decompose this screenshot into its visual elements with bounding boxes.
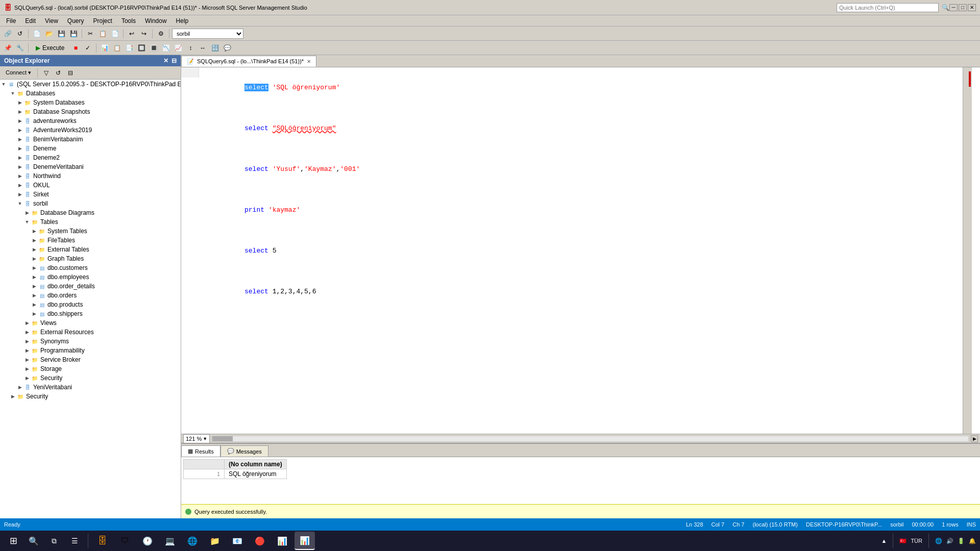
tree-okul[interactable]: ▶ 🗄 OKUL: [0, 181, 181, 190]
oe-filter-button[interactable]: ▽: [40, 67, 52, 79]
expander-storage[interactable]: ▶: [23, 365, 31, 372]
menu-file[interactable]: File: [2, 16, 20, 26]
zoom-indicator[interactable]: 121 % ▼: [183, 434, 210, 443]
editor-tab-sqlquery6[interactable]: 📝 SQLQuery6.sql - (lo...\ThinkPad E14 (5…: [181, 56, 316, 67]
hscroll-thumb[interactable]: [212, 436, 233, 441]
expander-dbo-customers[interactable]: ▶: [31, 264, 38, 271]
tb-btn-q6[interactable]: 📉: [160, 42, 172, 54]
tb-btn-q5[interactable]: 🔳: [148, 42, 159, 54]
taskbar-app8[interactable]: 🔴: [250, 532, 270, 550]
tb-open[interactable]: 📂: [43, 28, 55, 39]
expander-external-resources[interactable]: ▶: [23, 329, 31, 336]
tree-views[interactable]: ▶ 📁 Views: [0, 318, 181, 328]
tb-btn-misc[interactable]: ⚙: [155, 28, 166, 39]
expander-denemeveritabani[interactable]: ▶: [16, 163, 23, 170]
expander-graph-tables[interactable]: ▶: [31, 255, 38, 262]
menu-help[interactable]: Help: [172, 16, 193, 26]
expander-programmability[interactable]: ▶: [23, 347, 31, 354]
tb-undo[interactable]: ↩: [126, 28, 137, 39]
expander-yeniveritabani[interactable]: ▶: [16, 384, 23, 391]
menu-view[interactable]: View: [41, 16, 62, 26]
tb-btn-q10[interactable]: 🔣: [209, 42, 220, 54]
tree-system-tables[interactable]: ▶ 📁 System Tables: [0, 227, 181, 236]
widgets-button[interactable]: ☰: [65, 532, 84, 550]
expander-northwind[interactable]: ▶: [16, 172, 23, 180]
tree-dbo-employees[interactable]: ▶ ▤ dbo.employees: [0, 272, 181, 282]
tree-dbo-products[interactable]: ▶ ▤ dbo.products: [0, 300, 181, 309]
expander-deneme2[interactable]: ▶: [16, 154, 23, 161]
expander-adventureworks[interactable]: ▶: [16, 117, 23, 124]
tb-parse[interactable]: ✓: [82, 42, 93, 54]
expander-filetables[interactable]: ▶: [31, 237, 38, 244]
tree-adventureworks2019[interactable]: ▶ 🗄 AdventureWorks2019: [0, 126, 181, 135]
results-tab-messages[interactable]: 💬 Messages: [220, 445, 268, 457]
code-editor-container[interactable]: select 'SQL öğreniyorum' select "SQLöğre…: [181, 67, 980, 434]
tree-dbo-orders[interactable]: ▶ ▤ dbo.orders: [0, 291, 181, 300]
expander-tables[interactable]: ▼: [23, 218, 31, 226]
tree-deneme2[interactable]: ▶ 🗄 Deneme2: [0, 153, 181, 162]
tree-external-resources[interactable]: ▶ 📁 External Resources: [0, 328, 181, 337]
oe-collapse-button[interactable]: ⊟: [65, 67, 76, 79]
expander-security-sorbil[interactable]: ▶: [23, 374, 31, 382]
tb-stop[interactable]: ■: [70, 42, 81, 54]
expander-server[interactable]: ▼: [0, 81, 7, 88]
menu-project[interactable]: Project: [89, 16, 116, 26]
code-content[interactable]: select 'SQL öğreniyorum' select "SQLöğre…: [205, 72, 975, 307]
zoom-dropdown-icon[interactable]: ▼: [203, 436, 207, 441]
tree-security-root[interactable]: ▶ 📁 Security: [0, 392, 181, 401]
start-button[interactable]: ⊞: [4, 532, 22, 550]
hscroll-right-button[interactable]: ▶: [971, 435, 978, 442]
tb-btn-q4[interactable]: 🔲: [136, 42, 147, 54]
expander-synonyms[interactable]: ▶: [23, 338, 31, 345]
database-combo[interactable]: sorbil: [172, 29, 243, 39]
tree-dbo-order-details[interactable]: ▶ ▤ dbo.order_details: [0, 282, 181, 291]
tree-system-databases[interactable]: ▶ 📁 System Databases: [0, 98, 181, 107]
tb-btn-q1[interactable]: 📊: [99, 42, 110, 54]
expander-dbo-order-details[interactable]: ▶: [31, 283, 38, 290]
tree-benimveritabanim[interactable]: ▶ 🗄 BenimVeritabanim: [0, 135, 181, 144]
expander-databases[interactable]: ▼: [9, 90, 16, 97]
tb-redo[interactable]: ↪: [138, 28, 150, 39]
execute-button[interactable]: ▶ Execute: [31, 42, 69, 54]
tree-dbo-customers[interactable]: ▶ ▤ dbo.customers: [0, 263, 181, 272]
tree-server[interactable]: ▼ 🖥 (SQL Server 15.0.2095.3 - DESKTOP-P1…: [0, 80, 181, 89]
expander-external-tables[interactable]: ▶: [31, 246, 38, 253]
expander-system-tables[interactable]: ▶: [31, 228, 38, 235]
taskbar-outlook[interactable]: 📧: [227, 532, 248, 550]
tb-connect[interactable]: 🔗: [2, 28, 13, 39]
tree-databases[interactable]: ▼ 📁 Databases: [0, 89, 181, 98]
tree-external-tables[interactable]: ▶ 📁 External Tables: [0, 245, 181, 254]
taskbar-app2[interactable]: 🛡: [115, 532, 135, 550]
oe-close-button[interactable]: ✕: [163, 57, 168, 64]
tree-denemedveritabani[interactable]: ▶ 🗄 DenemeVeritabani: [0, 162, 181, 171]
menu-query[interactable]: Query: [63, 16, 88, 26]
tree-db-snapshots[interactable]: ▶ 📁 Database Snapshots: [0, 107, 181, 116]
expander-benimveritabanim[interactable]: ▶: [16, 136, 23, 143]
tb-btn-q9[interactable]: ↔: [197, 42, 208, 54]
tree-filetables[interactable]: ▶ 📁 FileTables: [0, 236, 181, 245]
results-tab-results[interactable]: ▦ Results: [181, 445, 220, 457]
expander-dbo-products[interactable]: ▶: [31, 301, 38, 308]
tree-service-broker[interactable]: ▶ 📁 Service Broker: [0, 355, 181, 364]
tb-btn-q8[interactable]: ↕: [185, 42, 196, 54]
menu-window[interactable]: Window: [141, 16, 171, 26]
taskbar-app9[interactable]: 📊: [272, 532, 292, 550]
tree-adventureworks[interactable]: ▶ 🗄 adventureworks: [0, 116, 181, 126]
tb-wrench[interactable]: 🔧: [14, 42, 26, 54]
taskbar-app4[interactable]: 💻: [160, 532, 180, 550]
tree-storage[interactable]: ▶ 📁 Storage: [0, 364, 181, 373]
tb-pin[interactable]: 📌: [2, 42, 13, 54]
search-button[interactable]: 🔍: [24, 532, 43, 550]
tree-synonyms[interactable]: ▶ 📁 Synonyms: [0, 337, 181, 346]
expander-adventureworks2019[interactable]: ▶: [16, 127, 23, 134]
tree-tables[interactable]: ▼ 📁 Tables: [0, 217, 181, 227]
tree-sorbil[interactable]: ▼ 🗄 sorbil: [0, 199, 181, 208]
tree-sirket[interactable]: ▶ 🗄 Sirket: [0, 190, 181, 199]
hscroll-bar[interactable]: 121 % ▼ ▶: [181, 434, 980, 443]
tb-new-query[interactable]: 📄: [31, 28, 42, 39]
tb-btn-q3[interactable]: 📑: [124, 42, 135, 54]
expander-sirket[interactable]: ▶: [16, 191, 23, 198]
tb-btn-q2[interactable]: 📋: [111, 42, 122, 54]
taskbar-app3[interactable]: 🕐: [137, 532, 158, 550]
taskbar-ssms[interactable]: 🗄: [92, 532, 113, 550]
